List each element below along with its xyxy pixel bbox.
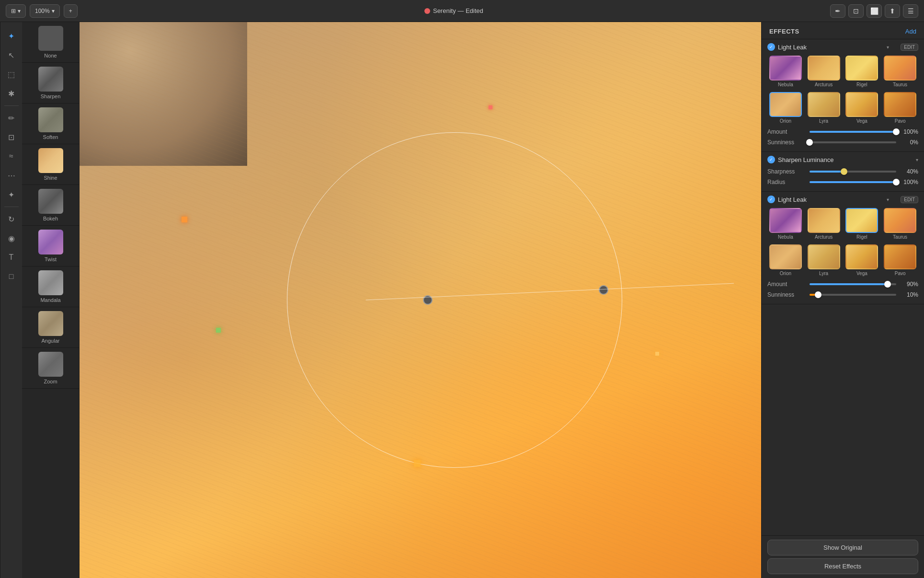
preset-arcturus-1[interactable]: Arcturus xyxy=(806,56,842,87)
zoom-btn[interactable]: 100% ▾ xyxy=(30,4,60,18)
preset-nebula-1[interactable]: Nebula xyxy=(767,56,804,87)
bokeh-thumb xyxy=(38,189,63,214)
panel-scroll-area[interactable]: ✓ Light Leak ▾ EDIT Nebula Arcturus xyxy=(762,39,924,535)
preset-label-orion-1: Orion xyxy=(780,118,791,124)
sunniness-knob-1[interactable] xyxy=(806,139,813,146)
angular-label: Angular xyxy=(42,338,60,344)
effect-toggle-1[interactable]: ✓ xyxy=(767,43,775,51)
preset-taurus-2[interactable]: Taurus xyxy=(882,208,918,240)
share-tool-btn[interactable]: ⬆ xyxy=(885,4,900,18)
pen-tool-btn[interactable]: ✒ xyxy=(830,4,845,18)
amount-value-1: 100% xyxy=(900,128,918,135)
brush-tool-btn[interactable]: ✱ xyxy=(3,85,20,102)
sparkle-5 xyxy=(655,352,659,356)
scroll-spacer xyxy=(762,304,924,314)
show-original-button[interactable]: Show Original xyxy=(767,540,918,555)
left-thumb-none[interactable]: None xyxy=(22,22,79,63)
preset-pavo-2[interactable]: Pavo xyxy=(882,244,918,276)
effect-toggle-sharpen[interactable]: ✓ xyxy=(767,156,775,163)
radius-value: 100% xyxy=(900,179,918,185)
amount-slider-1[interactable] xyxy=(810,131,896,133)
effect-chevron-sharpen[interactable]: ▾ xyxy=(916,157,918,162)
effect-light-leak-1: ✓ Light Leak ▾ EDIT Nebula Arcturus xyxy=(762,39,924,152)
amount-knob-1[interactable] xyxy=(893,128,900,135)
preset-vega-1[interactable]: Vega xyxy=(844,92,880,124)
amount-slider-2[interactable] xyxy=(810,283,896,285)
left-thumb-angular[interactable]: Angular xyxy=(22,307,79,348)
sunniness-slider-2[interactable] xyxy=(810,294,896,296)
slider-amount-1: Amount 100% xyxy=(762,127,924,137)
smudge-tool-btn[interactable]: ≈ xyxy=(3,148,20,164)
left-thumb-shine[interactable]: Shine xyxy=(22,144,79,185)
preset-nebula-2[interactable]: Nebula xyxy=(767,208,804,240)
rubber-tool-btn[interactable]: ⊡ xyxy=(3,129,20,145)
settings-tool-btn[interactable]: ☰ xyxy=(903,4,918,18)
panel-title: EFFECTS xyxy=(769,28,799,35)
add-layer-btn[interactable]: + xyxy=(64,4,78,18)
preset-orion-2[interactable]: Orion xyxy=(767,244,804,276)
amount-knob-2[interactable] xyxy=(884,281,891,288)
canvas-area[interactable] xyxy=(80,22,761,578)
soften-label: Soften xyxy=(43,134,58,140)
preset-thumb-rigel-1 xyxy=(845,56,878,81)
sunniness-value-1: 0% xyxy=(900,139,918,146)
main-body: ✦ ↖ ⬚ ✱ ✏ ⊡ ≈ ⋯ ✦ ↻ ◉ T □ None Sharpen S… xyxy=(0,22,924,578)
edit-tag-1[interactable]: EDIT xyxy=(901,44,918,51)
dots-tool-btn[interactable]: ⋯ xyxy=(3,167,20,184)
left-thumb-twist[interactable]: Twist xyxy=(22,226,79,266)
text-tool-btn[interactable]: T xyxy=(3,249,20,266)
radius-slider[interactable] xyxy=(810,181,896,183)
square-tool-btn[interactable]: □ xyxy=(3,268,20,285)
view-mode-btn[interactable]: ⊞ ▾ xyxy=(6,4,26,18)
preset-pavo-1[interactable]: Pavo xyxy=(882,92,918,124)
effect-toggle-2[interactable]: ✓ xyxy=(767,196,775,203)
preset-rigel-1[interactable]: Rigel xyxy=(844,56,880,87)
mask-tool-btn[interactable]: ⬜ xyxy=(867,4,882,18)
preset-taurus-1[interactable]: Taurus xyxy=(882,56,918,87)
preset-orion-1[interactable]: Orion xyxy=(767,92,804,124)
left-thumb-bokeh[interactable]: Bokeh xyxy=(22,185,79,226)
reset-effects-button[interactable]: Reset Effects xyxy=(767,558,918,574)
crop-tool-btn[interactable]: ⊡ xyxy=(848,4,864,18)
sunniness-slider-1[interactable] xyxy=(810,141,896,143)
marquee-tool-btn[interactable]: ⬚ xyxy=(3,66,20,82)
rotate-tool-btn[interactable]: ↻ xyxy=(3,211,20,227)
hair-texture xyxy=(80,22,761,578)
sparkle-3 xyxy=(216,328,221,333)
sunniness-knob-2[interactable] xyxy=(815,291,821,298)
effect-chevron-2[interactable]: ▾ xyxy=(887,197,889,202)
slider-sunniness-2: Sunniness 10% xyxy=(762,289,924,300)
effect-chevron-1[interactable]: ▾ xyxy=(887,45,889,50)
sparkle-tool-btn[interactable]: ✦ xyxy=(3,186,20,203)
left-tools-bar: ✦ ↖ ⬚ ✱ ✏ ⊡ ≈ ⋯ ✦ ↻ ◉ T □ xyxy=(0,22,22,578)
angular-thumb xyxy=(38,311,63,336)
preset-label-vega-1: Vega xyxy=(856,118,867,124)
left-thumb-mandala[interactable]: Mandala xyxy=(22,266,79,307)
left-thumb-sharpen[interactable]: Sharpen xyxy=(22,63,79,104)
sharpness-slider[interactable] xyxy=(810,171,896,173)
top-toolbar: ⊞ ▾ 100% ▾ + Serenity — Edited ✒ ⊡ ⬜ ⬆ ☰ xyxy=(0,0,924,22)
toolbar-right-buttons: ✒ ⊡ ⬜ ⬆ ☰ xyxy=(830,4,918,18)
pen-tool-left-btn[interactable]: ✏ xyxy=(3,110,20,126)
preset-grid-2-row2: Orion Lyra Vega Pavo xyxy=(762,243,924,279)
preset-arcturus-2[interactable]: Arcturus xyxy=(806,208,842,240)
retouch-tool-btn[interactable]: ✦ xyxy=(3,28,20,44)
selection-tool-btn[interactable]: ↖ xyxy=(3,47,20,63)
title-text: Serenity — Edited xyxy=(433,7,483,14)
left-thumb-soften[interactable]: Soften xyxy=(22,104,79,144)
add-effect-button[interactable]: Add xyxy=(905,28,916,35)
preset-thumb-taurus-1 xyxy=(884,56,916,81)
preset-rigel-2[interactable]: Rigel xyxy=(844,208,880,240)
left-thumb-zoom[interactable]: Zoom xyxy=(22,348,79,389)
preset-lyra-1[interactable]: Lyra xyxy=(806,92,842,124)
preset-vega-2[interactable]: Vega xyxy=(844,244,880,276)
edit-tag-2[interactable]: EDIT xyxy=(901,196,918,203)
effect-name-2: Light Leak xyxy=(778,196,884,203)
circle-tool-btn[interactable]: ◉ xyxy=(3,230,20,246)
radius-knob[interactable] xyxy=(893,179,900,185)
none-label: None xyxy=(44,53,57,58)
preset-lyra-2[interactable]: Lyra xyxy=(806,244,842,276)
preset-label-nebula-2: Nebula xyxy=(778,234,793,240)
sharpness-knob[interactable] xyxy=(841,168,847,175)
amount-value-2: 90% xyxy=(900,281,918,288)
